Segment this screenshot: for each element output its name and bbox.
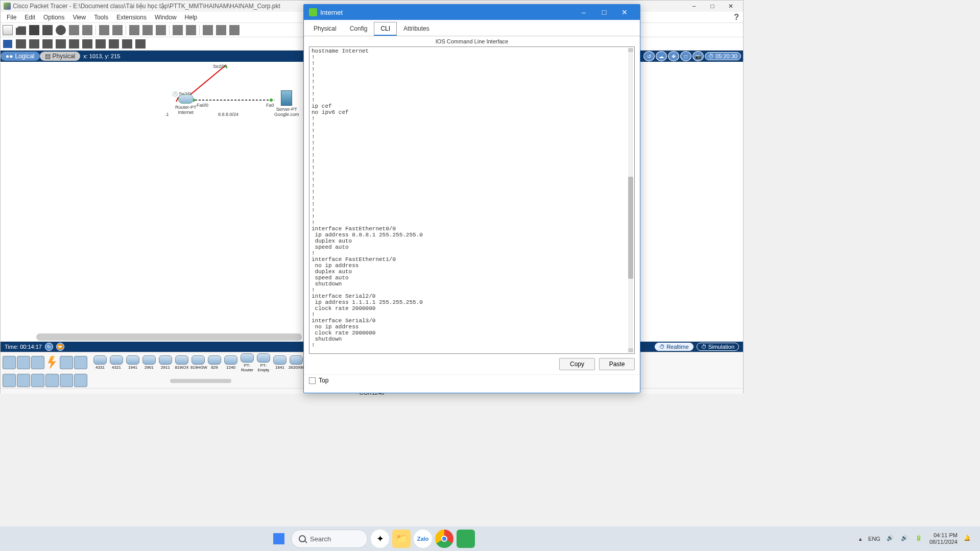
device-chip[interactable]: 1841 xyxy=(272,355,288,370)
subcat-wireless-icon[interactable] xyxy=(45,374,59,387)
undo-icon[interactable] xyxy=(99,25,109,35)
realtime-tab[interactable]: ⏱ Realtime xyxy=(655,343,693,351)
nav-cluster-icon[interactable]: ☁ xyxy=(656,51,667,61)
menu-window[interactable]: Window xyxy=(151,13,181,22)
canvas-horizontal-scrollbar[interactable] xyxy=(36,333,302,341)
simple-pdu-icon[interactable] xyxy=(122,39,132,49)
subcat-wan-icon[interactable] xyxy=(74,374,87,387)
subcat-security-icon[interactable] xyxy=(60,374,73,387)
tray-network-icon[interactable]: 🔊 xyxy=(887,535,895,543)
tool-b-icon[interactable] xyxy=(216,25,226,35)
device-chip[interactable]: 819IOX xyxy=(174,355,189,370)
tray-chevron-icon[interactable]: ▴ xyxy=(859,536,862,542)
select-tool-icon[interactable] xyxy=(3,39,13,49)
category-multiuser-icon[interactable] xyxy=(74,356,87,369)
complex-pdu-icon[interactable] xyxy=(135,39,146,49)
menu-tools[interactable]: Tools xyxy=(90,13,112,22)
device-chip[interactable]: 2911 xyxy=(158,355,173,370)
router-device[interactable]: Router-PT Internet xyxy=(175,94,197,115)
power-cycle-icon[interactable]: ↻ xyxy=(45,343,53,351)
inspect-tool-icon[interactable] xyxy=(16,39,26,49)
delete-tool-icon[interactable] xyxy=(29,39,39,49)
start-button[interactable] xyxy=(270,530,288,548)
category-network-devices-icon[interactable] xyxy=(3,356,16,369)
open-file-icon[interactable] xyxy=(16,25,26,35)
menu-options[interactable]: Options xyxy=(39,13,68,22)
taskbar-search[interactable]: Search xyxy=(291,530,368,548)
copy-button[interactable]: Copy xyxy=(559,358,595,370)
paste-button[interactable]: Paste xyxy=(599,358,635,370)
tab-attributes[interactable]: Attributes xyxy=(397,22,436,36)
dialog-close-button[interactable]: ✕ xyxy=(614,5,635,20)
logical-view-tab[interactable]: ●● Logical xyxy=(1,52,40,61)
scroll-down-icon[interactable] xyxy=(628,348,633,352)
palette-scrollbar[interactable] xyxy=(170,379,231,383)
maximize-button[interactable]: □ xyxy=(703,1,722,12)
zoom-in-icon[interactable] xyxy=(129,25,139,35)
category-end-devices-icon[interactable] xyxy=(17,356,30,369)
environment-time[interactable]: ⏱ 05:20:30 xyxy=(705,52,741,60)
category-components-icon[interactable] xyxy=(31,356,44,369)
ellipse-tool-icon[interactable] xyxy=(95,39,106,49)
fast-forward-icon[interactable]: ⏩ xyxy=(56,343,64,351)
note-tool-icon[interactable] xyxy=(56,39,66,49)
cli-output[interactable]: hostname Internet ! ! ! ! ! ! ! ! ip cef… xyxy=(309,47,634,353)
help-icon[interactable]: ? xyxy=(734,13,739,22)
paste-icon[interactable] xyxy=(82,25,92,35)
menu-file[interactable]: File xyxy=(3,13,20,22)
category-connections-icon[interactable] xyxy=(45,356,59,369)
device-chip[interactable]: 1240 xyxy=(223,355,238,370)
line-tool-icon[interactable] xyxy=(69,39,79,49)
tool-c-icon[interactable] xyxy=(229,25,240,35)
zoom-out-icon[interactable] xyxy=(156,25,166,35)
menu-help[interactable]: Help xyxy=(181,13,202,22)
device-chip[interactable]: 819HGW xyxy=(190,355,206,370)
subcat-hubs-icon[interactable] xyxy=(31,374,44,387)
menu-view[interactable]: View xyxy=(68,13,90,22)
category-misc-icon[interactable] xyxy=(60,356,73,369)
nav-back-icon[interactable]: ↺ xyxy=(643,51,655,61)
drawing-palette-icon[interactable] xyxy=(173,25,183,35)
scroll-up-icon[interactable] xyxy=(628,48,633,52)
taskbar-app-chrome[interactable] xyxy=(435,530,453,548)
taskbar-app-explorer[interactable]: 📁 xyxy=(392,530,411,548)
device-chip[interactable]: 4331 xyxy=(92,355,108,370)
nav-tile-icon[interactable]: □ xyxy=(680,51,691,61)
subcat-routers-icon[interactable] xyxy=(3,374,16,387)
device-chip[interactable]: PT-Empty xyxy=(256,353,271,372)
tab-physical[interactable]: Physical xyxy=(307,22,343,36)
dialog-maximize-button[interactable]: □ xyxy=(594,5,614,20)
scroll-thumb[interactable] xyxy=(628,177,633,279)
new-file-icon[interactable] xyxy=(3,25,13,35)
server-device[interactable]: Server-PT Google.com xyxy=(274,90,299,117)
menu-extensions[interactable]: Extensions xyxy=(112,13,151,22)
device-chip[interactable]: 2901 xyxy=(141,355,157,370)
simulation-tab[interactable]: ⏱ Simulation xyxy=(697,343,739,351)
freeform-tool-icon[interactable] xyxy=(109,39,119,49)
tool-a-icon[interactable] xyxy=(203,25,213,35)
taskbar-app-zalo[interactable]: Zalo xyxy=(414,530,432,548)
physical-view-tab[interactable]: ▤ Physical xyxy=(40,52,81,61)
zoom-reset-icon[interactable] xyxy=(142,25,153,35)
cli-scrollbar[interactable] xyxy=(628,48,633,352)
nav-move-icon[interactable]: ✥ xyxy=(668,51,679,61)
taskbar-app-copilot[interactable]: ✦ xyxy=(371,530,389,548)
dialog-title-bar[interactable]: Internet – □ ✕ xyxy=(304,5,640,20)
copy-icon[interactable] xyxy=(69,25,79,35)
resize-tool-icon[interactable] xyxy=(42,39,53,49)
top-checkbox[interactable] xyxy=(309,377,316,384)
device-chip[interactable]: 4321 xyxy=(109,355,124,370)
device-chip[interactable]: 2620XM xyxy=(289,355,304,370)
tray-battery-icon[interactable]: 🔋 xyxy=(915,535,923,543)
device-chip[interactable]: 1941 xyxy=(125,355,140,370)
nav-viewport-icon[interactable]: 📷 xyxy=(692,51,704,61)
print-icon[interactable] xyxy=(42,25,53,35)
taskbar-app-packet-tracer[interactable] xyxy=(457,530,475,548)
cli-terminal[interactable]: hostname Internet ! ! ! ! ! ! ! ! ip cef… xyxy=(309,46,635,354)
redo-icon[interactable] xyxy=(112,25,123,35)
tab-cli[interactable]: CLI xyxy=(374,22,397,36)
rect-tool-icon[interactable] xyxy=(82,39,92,49)
minimize-button[interactable]: – xyxy=(685,1,703,12)
tray-volume-icon[interactable]: 🔊 xyxy=(901,535,909,543)
tray-notifications-icon[interactable]: 🔔 xyxy=(964,535,972,543)
